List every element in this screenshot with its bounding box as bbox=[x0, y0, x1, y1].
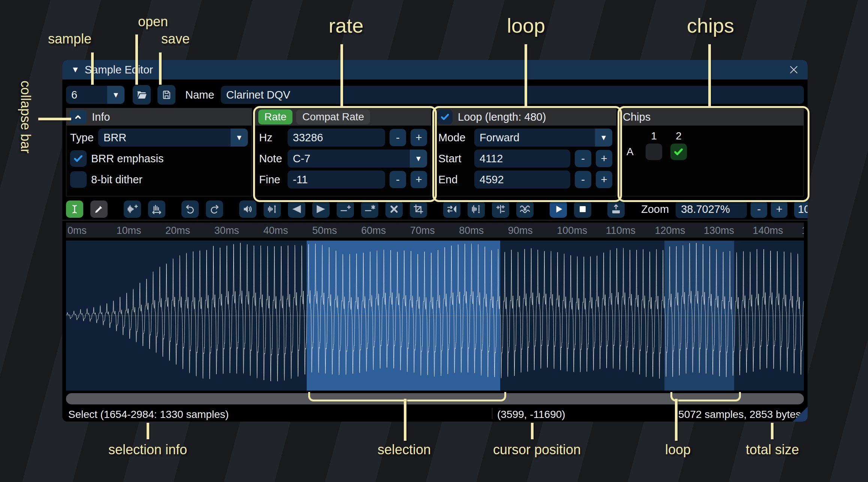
ruler-tick: 150ms bbox=[802, 225, 804, 237]
type-value: BRR bbox=[98, 129, 231, 147]
open-sample-button[interactable] bbox=[133, 85, 151, 105]
zoom-value: 38.7027% bbox=[681, 203, 730, 216]
annotation-loop-bottom-label: loop bbox=[665, 442, 691, 458]
ruler-tick: 100ms bbox=[557, 225, 587, 237]
ruler-tick: 90ms bbox=[508, 225, 533, 237]
zoom-out-button[interactable]: - bbox=[751, 201, 767, 218]
sample-slot-value: 6 bbox=[66, 86, 107, 104]
status-cursor-position: (3599, -11690) bbox=[497, 409, 565, 421]
waveform-view[interactable] bbox=[66, 241, 804, 391]
annotation-collapse-bar-label: collapse bar bbox=[18, 81, 33, 153]
redo-button[interactable] bbox=[206, 201, 223, 218]
toolbar-separator bbox=[62, 220, 808, 220]
stop-icon bbox=[577, 203, 589, 215]
ruler-tick: 30ms bbox=[214, 225, 239, 237]
zoom-input[interactable]: 38.7027% bbox=[676, 200, 747, 218]
undo-button[interactable] bbox=[181, 201, 199, 218]
select-tool-button[interactable] bbox=[66, 201, 83, 218]
undo-icon bbox=[184, 203, 196, 215]
preview-play-button[interactable] bbox=[550, 201, 567, 218]
resize-button[interactable] bbox=[148, 201, 165, 218]
brr-emphasis-checkbox[interactable] bbox=[70, 150, 87, 167]
type-label: Type bbox=[70, 132, 94, 144]
delete-icon bbox=[388, 203, 400, 215]
folder-open-icon bbox=[136, 89, 148, 101]
annotation-loop-top-line bbox=[525, 44, 527, 106]
zoom-reset-button[interactable]: 100% bbox=[794, 200, 808, 218]
dither-label: 8-bit dither bbox=[91, 174, 142, 186]
draw-tool-button[interactable] bbox=[90, 201, 108, 218]
info-panel-title: Info bbox=[92, 111, 110, 123]
delete-button[interactable] bbox=[385, 201, 403, 218]
resize-icon bbox=[151, 203, 163, 215]
status-bar: Select (1654-2984: 1330 samples) (3599, … bbox=[66, 405, 804, 422]
select-tool-icon bbox=[69, 203, 81, 215]
insert-silence-button[interactable] bbox=[337, 201, 354, 218]
ruler-tick: 70ms bbox=[410, 225, 435, 237]
annotation-cursor-position-line bbox=[531, 423, 534, 439]
save-sample-button[interactable] bbox=[157, 85, 175, 105]
amplify-button[interactable] bbox=[239, 201, 256, 218]
dither-checkbox[interactable] bbox=[70, 171, 87, 188]
title-bar[interactable]: ▼ Sample Editor bbox=[62, 60, 808, 79]
apply-filter-button[interactable] bbox=[516, 201, 534, 218]
toolbar-buttons bbox=[66, 201, 625, 218]
annotation-save-line bbox=[159, 52, 162, 85]
sample-name-input[interactable]: Clarinet DQV bbox=[221, 86, 804, 104]
fade-in-button[interactable] bbox=[288, 201, 305, 218]
fade-out-button[interactable] bbox=[312, 201, 330, 218]
create-wavetable-button[interactable] bbox=[607, 201, 625, 218]
name-label: Name bbox=[185, 89, 214, 101]
annotation-loop-bottom-line bbox=[675, 399, 678, 441]
fade-in-icon bbox=[291, 203, 303, 215]
info-panel: Info Type BRR ▼ bbox=[66, 108, 252, 196]
annotation-sample-label: sample bbox=[48, 31, 91, 47]
signed-unsigned-button[interactable] bbox=[492, 201, 509, 218]
reverse-button[interactable] bbox=[443, 201, 460, 218]
resize-grip[interactable] bbox=[793, 407, 808, 422]
resample-icon bbox=[126, 203, 138, 215]
annotation-open-line bbox=[135, 34, 138, 85]
annotation-chips-box bbox=[618, 106, 810, 202]
apply-filter-icon bbox=[519, 203, 531, 215]
trim-button[interactable] bbox=[410, 201, 427, 218]
close-icon[interactable] bbox=[787, 63, 800, 76]
annotation-sample-line bbox=[91, 52, 94, 85]
info-panel-header: Info bbox=[66, 108, 252, 126]
status-total-size: 5072 samples, 2853 bytes bbox=[678, 409, 801, 421]
apply-silence-button[interactable] bbox=[361, 201, 378, 218]
preview-play-icon bbox=[552, 203, 564, 215]
create-wavetable-icon bbox=[610, 203, 622, 215]
ruler-tick: 80ms bbox=[459, 225, 484, 237]
normalize-button[interactable] bbox=[264, 201, 281, 218]
collapse-bar-button[interactable] bbox=[69, 110, 87, 124]
zoom-in-button[interactable]: + bbox=[771, 201, 787, 218]
ruler-tick: 0ms bbox=[67, 225, 87, 237]
invert-button[interactable] bbox=[468, 201, 485, 218]
annotation-selection-bracket bbox=[308, 392, 506, 401]
waveform-canvas[interactable] bbox=[66, 241, 804, 391]
zoom-cluster: Zoom 38.7027% - + 100% bbox=[638, 200, 808, 218]
amplify-icon bbox=[242, 203, 254, 215]
ruler-tick: 40ms bbox=[263, 225, 288, 237]
annotation-collapse-bar-line bbox=[38, 118, 71, 120]
stop-button[interactable] bbox=[574, 201, 591, 218]
collapse-triangle-icon[interactable]: ▼ bbox=[71, 65, 79, 75]
annotation-selection-line bbox=[404, 399, 406, 441]
resample-button[interactable] bbox=[124, 201, 141, 218]
status-separator bbox=[492, 408, 492, 419]
time-ruler: 0ms10ms20ms30ms40ms50ms60ms70ms80ms90ms1… bbox=[66, 223, 804, 238]
annotation-loop-box bbox=[432, 106, 622, 202]
type-dropdown[interactable]: BRR ▼ bbox=[98, 129, 248, 147]
chevron-up-icon bbox=[72, 111, 84, 123]
ruler-tick: 10ms bbox=[117, 225, 141, 237]
annotation-save-label: save bbox=[161, 31, 190, 47]
sample-slot-dropdown[interactable]: 6 ▼ bbox=[66, 86, 124, 104]
annotation-rate-label: rate bbox=[328, 14, 363, 37]
insert-silence-icon bbox=[339, 203, 351, 215]
status-selection-info: Select (1654-2984: 1330 samples) bbox=[68, 409, 229, 421]
sample-row: 6 ▼ Name Clarinet DQV bbox=[66, 85, 804, 105]
annotation-loop-top-label: loop bbox=[507, 14, 545, 37]
brr-emphasis-label: BRR emphasis bbox=[91, 153, 163, 165]
annotation-open-label: open bbox=[138, 14, 168, 30]
